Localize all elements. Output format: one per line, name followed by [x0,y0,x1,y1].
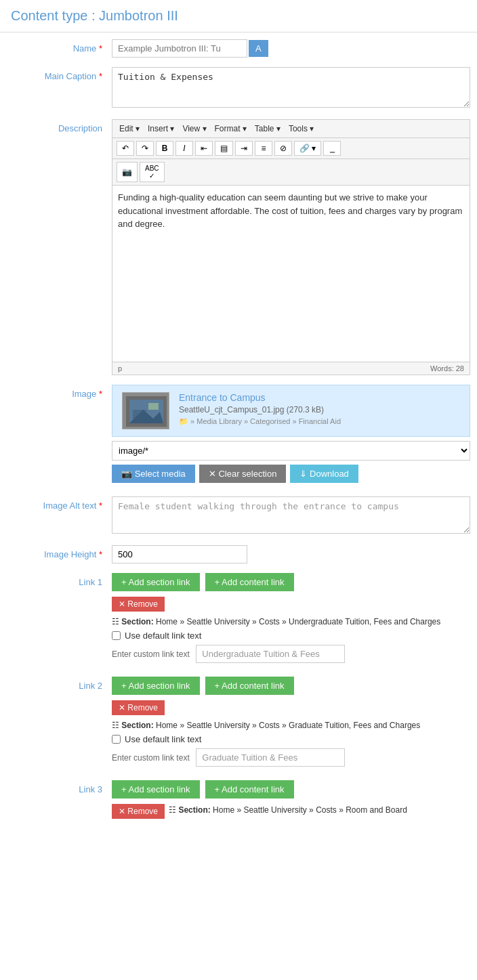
name-format-button[interactable]: A [249,40,268,57]
image-alt-label: Image Alt text * [7,496,112,536]
menu-insert[interactable]: Insert ▾ [145,123,177,135]
italic-button[interactable]: I [175,141,193,156]
link3-remove-row: ✕ Remove ☷ Section: Home » Seattle Unive… [112,804,470,819]
align-left-button[interactable]: ⇤ [195,141,213,156]
bold-button[interactable]: B [156,141,173,156]
ordered-list-button[interactable]: ⊘ [274,141,292,156]
image-preview-box: Entrance to Campus SeattleU_cjt_Campus_0… [112,385,470,437]
undo-button[interactable]: ↶ [117,141,134,156]
link1-default-text-checkbox[interactable] [112,631,121,640]
image-type-select[interactable]: image/* [112,441,470,461]
editor-toolbar: ↶ ↷ B I ⇤ ▤ ⇥ ≡ ⊘ 🔗 ▾ ⎯ [112,138,470,159]
image-alt-textarea[interactable]: Female student walking through the entra… [112,496,470,534]
editor-menubar: Edit ▾ Insert ▾ View ▾ Format ▾ Table ▾ … [112,120,470,138]
page-title: Content type : Jumbotron III [0,0,477,33]
download-button[interactable]: ⇓ Download [290,465,358,483]
name-label: Name * [7,39,112,58]
link1-content: + Add section link + Add content link ✕ … [112,573,470,667]
main-caption-content: Tuition & Expenses [112,67,470,110]
select-media-icon: 📷 [121,469,132,479]
image-filename: SeattleU_cjt_Campus_01.jpg (270.3 kB) [179,405,341,414]
image-height-row: Image Height * [0,545,477,563]
link2-add-content-button[interactable]: + Add content link [205,677,294,695]
select-media-button[interactable]: 📷 Select media [112,465,195,483]
link1-default-text-label: Use default link text [125,631,201,641]
editor-content-area[interactable]: Funding a high-quality education can see… [112,186,470,362]
menu-tools[interactable]: Tools ▾ [286,123,316,135]
image-insert-button[interactable]: 📷 [117,162,138,182]
link1-row: Link 1 + Add section link + Add content … [0,573,477,667]
link2-remove-row: ✕ Remove ☷ Section: Home » Seattle Unive… [112,700,470,731]
name-row: Name * A [0,39,477,58]
name-input[interactable] [112,39,247,58]
image-info: Entrance to Campus SeattleU_cjt_Campus_0… [179,392,341,426]
link3-remove-button[interactable]: ✕ Remove [112,804,165,819]
image-height-label: Image Height * [7,545,112,563]
link3-add-section-button[interactable]: + Add section link [112,780,200,798]
svg-rect-4 [148,403,159,410]
link1-add-section-button[interactable]: + Add section link [112,573,200,591]
clear-selection-button[interactable]: ✕ Clear selection [199,465,287,483]
link2-default-text-checkbox[interactable] [112,735,121,744]
unlink-button[interactable]: ⎯ [323,141,341,156]
image-content: Entrance to Campus SeattleU_cjt_Campus_0… [112,385,470,487]
link2-custom-text-row: Enter custom link text [112,748,470,767]
link1-custom-text-label: Enter custom link text [112,649,190,659]
align-right-button[interactable]: ⇥ [235,141,253,156]
menu-table[interactable]: Table ▾ [252,123,283,135]
link1-custom-text-input[interactable] [196,645,345,663]
link2-default-text-row: Use default link text [112,734,470,744]
image-height-input[interactable] [112,545,247,563]
link1-add-content-button[interactable]: + Add content link [205,573,294,591]
description-row: Description Edit ▾ Insert ▾ View ▾ Forma… [0,119,477,375]
link2-label: Link 2 [7,677,112,771]
link-button[interactable]: 🔗 ▾ [294,141,321,156]
unordered-list-button[interactable]: ≡ [255,141,272,156]
image-breadcrumb: 📁 » Media Library » Categorised » Financ… [179,417,341,426]
link3-add-content-button[interactable]: + Add content link [205,780,294,798]
menu-view[interactable]: View ▾ [180,123,209,135]
main-caption-label: Main Caption * [7,67,112,110]
link2-content: + Add section link + Add content link ✕ … [112,677,470,771]
editor-toolbar2: 📷 ABC✓ [112,159,470,186]
link3-section-icon: ☷ [169,805,176,815]
link2-remove-button[interactable]: ✕ Remove [112,700,165,715]
image-row: Image * Entrance to Campus SeattleU_cjt_… [0,385,477,487]
link3-row: Link 3 + Add section link + Add content … [0,780,477,822]
title-static: Content type : [11,8,99,23]
menu-format[interactable]: Format ▾ [212,123,249,135]
link3-path: ☷ Section: Home » Seattle University » C… [169,804,407,816]
spellcheck-button[interactable]: ABC✓ [140,162,165,182]
link2-path: ☷ Section: Home » Seattle University » C… [112,719,420,731]
link1-remove-button[interactable]: ✕ Remove [112,597,165,612]
link2-custom-text-label: Enter custom link text [112,753,190,763]
image-thumbnail [122,392,169,429]
image-alt-row: Image Alt text * Female student walking … [0,496,477,536]
link1-remove-row: ✕ Remove ☷ Section: Home » Seattle Unive… [112,597,470,628]
link2-buttons: + Add section link + Add content link [112,677,470,695]
link1-default-text-row: Use default link text [112,631,470,641]
link1-buttons: + Add section link + Add content link [112,573,470,591]
link2-default-text-label: Use default link text [125,734,201,744]
align-center-button[interactable]: ▤ [215,141,233,156]
image-title: Entrance to Campus [179,392,341,403]
description-label: Description [7,119,112,375]
folder-icon: 📁 [179,417,188,425]
editor-statusbar: p Words: 28 [112,362,470,375]
title-dynamic: Jumbotron III [99,8,178,23]
clear-icon: ✕ [209,469,216,479]
rich-text-editor: Edit ▾ Insert ▾ View ▾ Format ▾ Table ▾ … [112,119,470,375]
link1-section-icon: ☷ [112,617,119,626]
link2-section-icon: ☷ [112,721,119,730]
link3-label: Link 3 [7,780,112,822]
link2-custom-text-input[interactable] [196,748,345,767]
image-alt-content: Female student walking through the entra… [112,496,470,536]
editor-text: Funding a high-quality education can see… [118,191,464,231]
link1-custom-text-row: Enter custom link text [112,645,470,663]
image-action-buttons: 📷 Select media ✕ Clear selection ⇓ Downl… [112,465,470,483]
link2-add-section-button[interactable]: + Add section link [112,677,200,695]
menu-edit[interactable]: Edit ▾ [117,123,142,135]
main-caption-textarea[interactable]: Tuition & Expenses [112,67,470,108]
name-field-content: A [112,39,470,58]
redo-button[interactable]: ↷ [136,141,154,156]
